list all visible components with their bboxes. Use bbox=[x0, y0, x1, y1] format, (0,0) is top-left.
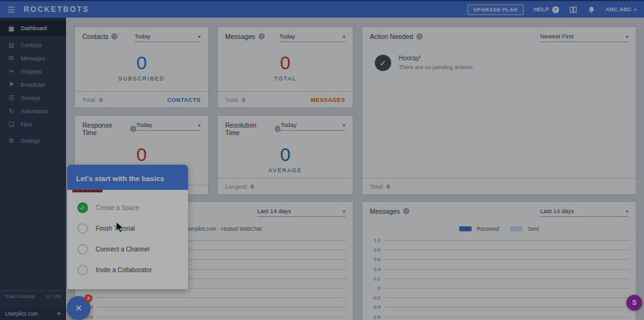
contacts-card: Contacts ? Today ▾ 0 SUBSCRIBED Total: 0… bbox=[74, 26, 209, 108]
resolution-time-title: Resolution Time bbox=[225, 121, 272, 136]
left-chart-range-dropdown[interactable]: Last 14 days ▾ bbox=[257, 207, 345, 217]
resolution-time-card: Resolution Time ? Today ▾ 0 AVERAGE Long… bbox=[217, 115, 353, 195]
status-text: There are no pending actions. bbox=[399, 64, 474, 70]
site-label: Userpilot.com bbox=[5, 311, 38, 317]
checklist-item-connect-channel[interactable]: Connect a Channel bbox=[67, 239, 188, 260]
files-icon: ❏ bbox=[8, 121, 15, 128]
account-menu[interactable]: ABC ABC ▾ bbox=[606, 6, 636, 13]
floating-widget-button[interactable]: S bbox=[626, 295, 642, 311]
chevron-down-icon: ▾ bbox=[626, 209, 628, 214]
chevron-down-icon: ▾ bbox=[634, 7, 636, 13]
checklist-item-finish-tutorial[interactable]: Finish Tutorial bbox=[67, 218, 188, 239]
automation-icon: ↻ bbox=[8, 108, 15, 114]
status-title: Hooray! bbox=[399, 55, 474, 62]
sidebar: ▦ Dashboard ▤ Contacts ✉ Messages ✂ Snip… bbox=[0, 18, 66, 320]
dashboard-icon: ▦ bbox=[8, 25, 15, 32]
notification-badge: 3 bbox=[84, 294, 92, 302]
resolution-filter-dropdown[interactable]: Today ▾ bbox=[280, 121, 345, 131]
docs-book-icon[interactable] bbox=[569, 6, 577, 14]
messages-icon: ✉ bbox=[8, 55, 15, 62]
hamburger-menu-icon[interactable]: ☰ bbox=[8, 5, 15, 14]
check-empty-icon bbox=[77, 223, 88, 234]
onboarding-checklist: Let's start with the basics ✓ Create a S… bbox=[67, 165, 188, 289]
received-legend-label: Received bbox=[477, 226, 499, 232]
sidebar-item-files[interactable]: ❏ Files bbox=[0, 118, 66, 131]
sent-legend-swatch bbox=[510, 226, 523, 231]
messages-count-label: TOTAL bbox=[274, 75, 297, 82]
sidebar-item-contacts[interactable]: ▤ Contacts bbox=[0, 38, 66, 52]
contacts-icon: ▤ bbox=[8, 41, 15, 48]
surveys-icon: ☰ bbox=[8, 94, 15, 101]
messages-card-title: Messages bbox=[225, 33, 255, 40]
check-done-icon: ✓ bbox=[77, 202, 88, 213]
help-label: HELP bbox=[534, 6, 549, 13]
messages-count: 0 bbox=[280, 52, 291, 74]
sidebar-item-snippets[interactable]: ✂ Snippets bbox=[0, 65, 66, 78]
messages-card: Messages ? Today ▾ 0 TOTAL Total: 0 MESS… bbox=[217, 26, 353, 108]
contacts-card-title: Contacts bbox=[82, 33, 108, 40]
action-needed-title: Action Needed bbox=[370, 33, 413, 40]
contacts-count: 0 bbox=[136, 52, 147, 74]
upgrade-plan-button[interactable]: UPGRADE PLAN bbox=[467, 4, 524, 15]
messages-link[interactable]: MESSAGES bbox=[311, 97, 345, 103]
help-menu[interactable]: HELP ? bbox=[534, 6, 559, 13]
sidebar-item-surveys[interactable]: ☰ Surveys bbox=[0, 91, 66, 104]
checklist-item-create-space[interactable]: ✓ Create a Space bbox=[67, 197, 188, 218]
sidebar-item-broadcast[interactable]: ⚑ Broadcast bbox=[0, 78, 66, 91]
sidebar-item-dashboard[interactable]: ▦ Dashboard bbox=[0, 21, 66, 36]
messages-chart-card: Messages ? Last 14 days ▾ Received Sent … bbox=[362, 201, 636, 320]
action-needed-card: Action Needed ? Newest First ▾ ✓ Hooray!… bbox=[362, 26, 636, 195]
add-icon[interactable]: + bbox=[57, 309, 61, 318]
help-icon[interactable]: ? bbox=[130, 126, 136, 132]
check-circle-icon: ✓ bbox=[375, 55, 391, 71]
right-chart-grid: 1.0 0.8 0.6 0.4 0.2 0 -0.2 -0.4 -0.6 bbox=[362, 232, 636, 320]
action-sort-dropdown[interactable]: Newest First ▾ bbox=[540, 33, 628, 42]
broadcast-icon: ⚑ bbox=[8, 81, 15, 88]
contacts-filter-dropdown[interactable]: Today ▾ bbox=[135, 33, 201, 42]
chevron-down-icon: ▾ bbox=[198, 34, 201, 40]
messages-filter-dropdown[interactable]: Today ▾ bbox=[279, 33, 345, 42]
right-chart-range-dropdown[interactable]: Last 14 days ▾ bbox=[540, 207, 628, 217]
check-empty-icon bbox=[77, 265, 88, 275]
help-icon[interactable]: ? bbox=[258, 33, 265, 40]
settings-icon: ⚙ bbox=[8, 137, 15, 144]
received-legend-swatch bbox=[459, 226, 472, 231]
response-filter-dropdown[interactable]: Today ▾ bbox=[136, 121, 201, 131]
contacts-link[interactable]: CONTACTS bbox=[167, 97, 201, 103]
resolution-time-value: 0 bbox=[280, 144, 291, 165]
rocketbots-dashboard: ☰ ROCKETBOTS UPGRADE PLAN HELP ? ABC ABC… bbox=[0, 0, 644, 320]
response-time-title: Response Time bbox=[82, 121, 127, 136]
app-logo: ROCKETBOTS bbox=[24, 5, 89, 14]
sidebar-item-automation[interactable]: ↻ Automation bbox=[0, 104, 66, 118]
sidebar-item-settings[interactable]: ⚙ Settings bbox=[0, 134, 66, 147]
help-icon[interactable]: ? bbox=[403, 208, 409, 214]
close-icon: × bbox=[75, 301, 82, 315]
contacts-count-label: SUBSCRIBED bbox=[118, 75, 165, 82]
resolution-time-label: AVERAGE bbox=[269, 167, 302, 174]
top-navbar: ☰ ROCKETBOTS UPGRADE PLAN HELP ? ABC ABC… bbox=[0, 0, 644, 18]
sidebar-item-messages[interactable]: ✉ Messages bbox=[0, 52, 66, 65]
chevron-down-icon: ▾ bbox=[343, 123, 345, 128]
mouse-cursor bbox=[116, 221, 124, 233]
messages-chart-title: Messages bbox=[370, 207, 400, 215]
help-icon[interactable]: ? bbox=[111, 33, 118, 40]
quota-label: Total Contacts bbox=[5, 294, 35, 299]
chevron-down-icon: ▾ bbox=[343, 209, 345, 214]
checklist-launcher-button[interactable]: × 3 bbox=[67, 296, 91, 320]
response-time-value: 0 bbox=[136, 144, 147, 165]
check-empty-icon bbox=[77, 244, 88, 255]
notifications-bell-icon[interactable] bbox=[587, 6, 596, 14]
snippets-icon: ✂ bbox=[8, 68, 15, 75]
sent-legend-label: Sent bbox=[528, 226, 539, 232]
checklist-header: Let's start with the basics bbox=[67, 165, 188, 190]
help-icon[interactable]: ? bbox=[275, 126, 281, 132]
checklist-item-invite-collaborator[interactable]: Invite a Collaborator bbox=[67, 260, 188, 280]
chevron-down-icon: ▾ bbox=[198, 123, 201, 128]
help-question-icon: ? bbox=[552, 6, 559, 13]
chevron-down-icon: ▾ bbox=[343, 34, 345, 40]
account-name: ABC ABC bbox=[606, 6, 631, 13]
channel-legend-label: Userpilot.com - Hosted WebChat bbox=[184, 226, 262, 232]
contacts-quota: Total Contacts 0 / 100 bbox=[0, 290, 66, 302]
help-icon[interactable]: ? bbox=[416, 33, 423, 40]
quota-value: 0 / 100 bbox=[47, 294, 61, 299]
